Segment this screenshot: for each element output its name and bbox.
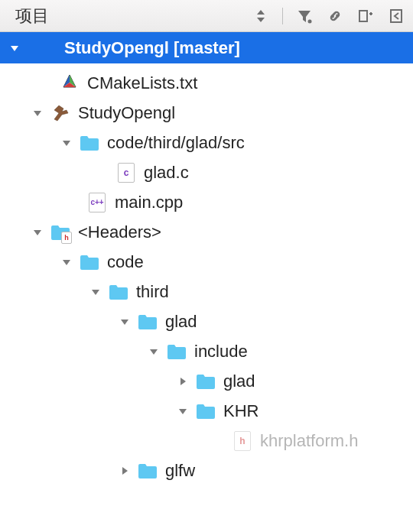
project-icon [31, 39, 49, 57]
file-khrplatform-h[interactable]: h khrplatform.h [0, 426, 413, 456]
folder-code[interactable]: code [0, 247, 413, 277]
chevron-down-icon[interactable] [29, 227, 46, 238]
separator [282, 8, 283, 24]
panel-header: 项目 [0, 0, 413, 32]
chevron-down-icon[interactable] [145, 346, 162, 357]
project-root-label: StudyOpengl [master] [64, 38, 240, 58]
cpp-file-icon: c++ [87, 193, 107, 212]
folder-label: code/third/glad/src [107, 133, 245, 153]
svg-point-0 [308, 19, 312, 23]
headers-group[interactable]: h <Headers> [0, 217, 413, 247]
cmake-icon [60, 73, 80, 93]
chevron-down-icon[interactable] [87, 287, 104, 297]
panel-title: 项目 [15, 5, 252, 28]
project-tree: CMakeLists.txt StudyOpengl code/third/gl… [0, 63, 413, 485]
folder-label: third [136, 282, 169, 302]
file-cmakelists[interactable]: CMakeLists.txt [0, 68, 413, 98]
folder-third[interactable]: third [0, 277, 413, 307]
chevron-right-icon[interactable] [174, 376, 191, 387]
folder-glad[interactable]: glad [0, 307, 413, 336]
folder-label: glad [165, 312, 197, 332]
file-label: CMakeLists.txt [87, 73, 197, 93]
folder-icon [138, 312, 158, 332]
folder-include[interactable]: include [0, 336, 413, 366]
folder-icon [196, 371, 216, 391]
link-icon[interactable] [326, 7, 344, 25]
folder-glad-sub[interactable]: glad [0, 366, 413, 396]
target-label: StudyOpengl [78, 103, 175, 123]
file-label: khrplatform.h [260, 431, 358, 451]
chevron-down-icon[interactable] [58, 257, 75, 268]
folder-label: code [107, 252, 144, 272]
folder-icon [167, 342, 187, 362]
headers-label: <Headers> [78, 222, 161, 242]
folder-label: include [194, 342, 248, 362]
filter-icon[interactable] [295, 7, 314, 25]
folder-label: glfw [165, 461, 195, 481]
add-panel-icon[interactable] [356, 7, 375, 25]
c-file-icon: c [116, 163, 136, 183]
folder-icon [109, 282, 128, 302]
file-main-cpp[interactable]: c++ main.cpp [0, 187, 413, 217]
folder-icon [80, 252, 99, 272]
folder-icon [138, 461, 158, 481]
chevron-down-icon[interactable] [174, 406, 191, 417]
folder-khr[interactable]: KHR [0, 396, 413, 426]
hammer-icon [50, 103, 70, 123]
chevron-down-icon[interactable] [58, 138, 75, 148]
folder-label: KHR [223, 401, 259, 421]
file-label: main.cpp [115, 193, 183, 212]
chevron-down-icon[interactable] [6, 43, 23, 54]
collapse-icon[interactable] [387, 7, 405, 25]
folder-label: glad [223, 371, 255, 391]
folder-icon [80, 133, 99, 153]
sort-toggle-icon[interactable] [252, 7, 270, 25]
h-file-icon: h [233, 431, 252, 451]
folder-icon [196, 401, 216, 421]
target-studyopengl[interactable]: StudyOpengl [0, 98, 413, 128]
folder-glfw[interactable]: glfw [0, 456, 413, 485]
svg-rect-1 [359, 11, 367, 21]
file-glad-c[interactable]: c glad.c [0, 157, 413, 187]
chevron-down-icon[interactable] [116, 316, 133, 327]
file-label: glad.c [144, 163, 189, 183]
folder-src[interactable]: code/third/glad/src [0, 128, 413, 157]
svg-rect-2 [391, 10, 402, 22]
chevron-right-icon[interactable] [116, 466, 133, 476]
chevron-down-icon[interactable] [29, 108, 46, 118]
project-root-row[interactable]: StudyOpengl [master] [0, 32, 413, 63]
headers-folder-icon: h [50, 222, 70, 242]
